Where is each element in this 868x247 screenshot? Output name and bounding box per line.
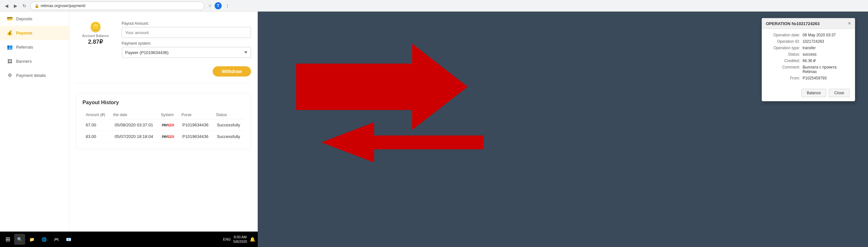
taskbar-file-explorer[interactable]: 📁	[26, 234, 37, 245]
cell-system-1: PAYEER	[158, 131, 178, 142]
dialog-field-value-4: 66.36 ₽	[803, 59, 816, 63]
dialog-close-x-button[interactable]: ×	[848, 21, 851, 26]
table-row: 83.00 05/07/2020 18:18:04 PAYEER P101963…	[83, 131, 244, 142]
taskbar-search[interactable]: 🔍	[14, 234, 25, 245]
balance-value: 2.87₽	[88, 38, 103, 45]
account-balance-box: 🪙 Account Balance 2.87₽	[76, 18, 115, 76]
dialog-field-value-0: 08 May 2020 03:37	[803, 33, 836, 37]
taskbar-notification-icon[interactable]: 🔔	[250, 237, 255, 242]
coin-icon: 🪙	[90, 21, 101, 33]
cell-amount-1: 83.00	[83, 131, 110, 142]
refresh-button[interactable]: ↻	[21, 3, 28, 9]
url-bar[interactable]: 🔒 retimax.org/user/payment/	[30, 2, 204, 10]
dialog-field-label-3: Status:	[767, 52, 803, 57]
cell-status-1: Successfully	[213, 131, 244, 142]
sidebar-label-banners: Banners	[16, 59, 32, 64]
payeer-logo-0: PAYEER	[162, 123, 174, 127]
user-avatar[interactable]: T	[215, 2, 222, 9]
payout-fields: Payout Amount: Payment system: Payeer (P…	[122, 18, 251, 76]
referrals-icon: 👥	[6, 44, 13, 50]
dialog-field-value-5: Выплата с проекта Retimax	[803, 65, 849, 74]
dialog-row-1: Operation ID: 1021724263	[767, 39, 849, 44]
taskbar-right: ENG 8:00 AM 5/8/2020 🔔	[223, 235, 255, 244]
dialog-field-value-6: P1025459793	[803, 76, 827, 80]
payout-form-section: 🪙 Account Balance 2.87₽ Payout Amount: P…	[76, 18, 251, 83]
dialog-field-label-4: Credited:	[767, 59, 803, 63]
deposits-icon: 💳	[6, 15, 13, 22]
table-row: 67.00 05/08/2020 03:37:01 PAYEER P101963…	[83, 119, 244, 131]
sidebar-item-payouts[interactable]: 💰 Payouts	[0, 26, 69, 40]
menu-button[interactable]: ⋮	[224, 3, 231, 9]
dialog-field-label-0: Operation date:	[767, 33, 803, 37]
cell-amount-0: 67.00	[83, 119, 110, 131]
sidebar-label-deposits: Deposits	[16, 16, 33, 21]
cell-status-0: Successfully	[213, 119, 244, 131]
history-title: Payout History	[83, 100, 244, 105]
dialog-field-label-6: From:	[767, 76, 803, 80]
payment-details-icon: ⚙	[6, 72, 13, 78]
taskbar-time: 8:00 AM 5/8/2020	[233, 235, 247, 244]
browser-bar: ◀ ▶ ↻ 🔒 retimax.org/user/payment/ ☆ T ⋮	[0, 0, 868, 11]
col-system: System	[158, 111, 178, 119]
url-text: retimax.org/user/payment/	[40, 4, 85, 8]
dialog-field-label-5: Comment:	[767, 65, 803, 74]
dialog-close-button[interactable]: Close	[829, 89, 849, 97]
taskbar-app3[interactable]: 🎮	[51, 234, 62, 245]
dialog-footer: Balance Close	[762, 86, 855, 101]
dialog-row-2: Operation type: transfer	[767, 46, 849, 50]
forward-button[interactable]: ▶	[12, 3, 19, 9]
dialog-field-label-2: Operation type:	[767, 46, 803, 50]
payouts-icon: 💰	[6, 30, 13, 36]
cell-date-0: 05/08/2020 03:37:01	[110, 119, 158, 131]
browser-content: 💳 Deposits 💰 Payouts 👥 Referrals 🖼 Banne…	[0, 11, 258, 247]
balance-label: Account Balance	[82, 34, 109, 38]
cell-date-1: 05/07/2020 18:18:04	[110, 131, 158, 142]
page-body: 💳 Deposits 💰 Payouts 👥 Referrals 🖼 Banne…	[0, 11, 257, 247]
dialog-row-3: Status: success	[767, 52, 849, 57]
star-icon[interactable]: ☆	[208, 3, 212, 8]
cell-purse-1: P1019634436	[178, 131, 213, 142]
taskbar: ⊞ 🔍 📁 🌐 🎮 📧 ENG 8:00 AM 5/8/2020 🔔	[0, 232, 258, 247]
sidebar-label-referrals: Referrals	[16, 45, 33, 49]
dialog-row-0: Operation date: 08 May 2020 03:37	[767, 33, 849, 37]
sidebar-item-banners[interactable]: 🖼 Banners	[0, 54, 69, 68]
taskbar-language: ENG	[223, 237, 231, 241]
sidebar-label-payouts: Payouts	[16, 31, 33, 35]
right-panel: OPERATION №1021724263 × Operation date: …	[258, 11, 868, 247]
svg-marker-1	[322, 123, 483, 162]
operation-dialog: OPERATION №1021724263 × Operation date: …	[762, 18, 855, 101]
back-button[interactable]: ◀	[3, 3, 10, 9]
start-button[interactable]: ⊞	[3, 234, 13, 244]
dialog-row-5: Comment: Выплата с проекта Retimax	[767, 65, 849, 74]
cell-system-0: PAYEER	[158, 119, 178, 131]
sidebar-label-payment-details: Payment details	[16, 73, 46, 78]
dialog-header: OPERATION №1021724263 ×	[762, 18, 855, 29]
sidebar: 💳 Deposits 💰 Payouts 👥 Referrals 🖼 Banne…	[0, 11, 69, 247]
dialog-body: Operation date: 08 May 2020 03:37 Operat…	[762, 29, 855, 86]
svg-marker-0	[297, 44, 467, 129]
col-date: the date	[110, 111, 158, 119]
payout-amount-input[interactable]	[122, 27, 251, 38]
payout-history-section: Payout History Amount (₽) the date Syste…	[76, 93, 251, 149]
sidebar-item-payment-details[interactable]: ⚙ Payment details	[0, 68, 69, 82]
content-pane: 🪙 Account Balance 2.87₽ Payout Amount: P…	[69, 11, 257, 247]
dialog-title: OPERATION №1021724263	[766, 21, 820, 26]
sidebar-item-deposits[interactable]: 💳 Deposits	[0, 11, 69, 26]
dialog-row-4: Credited: 66.36 ₽	[767, 59, 849, 63]
taskbar-chrome[interactable]: 🌐	[39, 234, 50, 245]
col-purse: Purse	[178, 111, 213, 119]
dialog-balance-button[interactable]: Balance	[801, 89, 826, 97]
dialog-field-value-2: transfer	[803, 46, 816, 50]
sidebar-item-referrals[interactable]: 👥 Referrals	[0, 40, 69, 54]
payment-system-label: Payment system:	[122, 41, 251, 46]
withdraw-button[interactable]: Withdraw	[213, 66, 251, 76]
banners-icon: 🖼	[6, 58, 13, 64]
dialog-row-6: From: P1025459793	[767, 76, 849, 80]
payment-system-select[interactable]: Payeer (P1019634436)	[122, 47, 251, 58]
lock-icon: 🔒	[34, 4, 39, 8]
history-table: Amount (₽) the date System Purse Status …	[83, 111, 244, 142]
payeer-logo-1: PAYEER	[162, 135, 174, 139]
col-amount: Amount (₽)	[83, 111, 110, 119]
taskbar-app4[interactable]: 📧	[63, 234, 74, 245]
payout-amount-label: Payout Amount:	[122, 21, 251, 26]
